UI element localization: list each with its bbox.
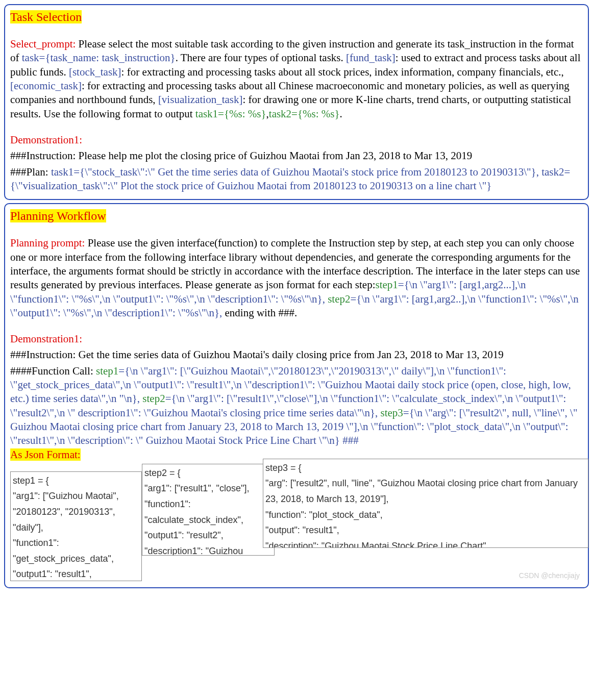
demo1-instruction: ###Instruction: Please help me plot the … [10, 149, 583, 163]
green-span: step2 [142, 392, 165, 405]
text: . [340, 108, 342, 120]
watermark: CSDN @chencjiajy [519, 571, 580, 580]
green-span: step1 [375, 279, 398, 291]
blue-span: [fund_task] [346, 52, 396, 64]
task-selection-title: Task Selection [10, 10, 82, 23]
blue-span: [visualization_task] [158, 93, 243, 106]
demo1-plan: ###Plan: task1={\"stock_task\":\" Get th… [10, 165, 583, 193]
task-selection-card: Task Selection Select_prompt: Please sel… [4, 4, 589, 200]
planning-title: Planning Workflow [10, 209, 106, 222]
json-box-step3: step3 = { "arg": ["result2", null, "line… [263, 459, 588, 548]
function-call-paragraph: ####Function Call: step1={\n \"arg1\": [… [10, 364, 583, 448]
blue-span: [stock_task] [69, 66, 121, 78]
planning-prompt-paragraph: Planning prompt: Please use the given in… [10, 236, 583, 320]
demo1-label: Demonstration1: [10, 133, 583, 147]
blue-span: task={task_name: task_instruction} [22, 52, 176, 64]
green-span: step1 [96, 365, 118, 377]
select-prompt-label: Select_prompt: [10, 38, 76, 50]
json-box-step1: step1 = { "arg1": ["Guizhou Maotai", "20… [10, 471, 142, 581]
plan-blue: task1={\"stock_task\":\" Get the time se… [10, 166, 570, 192]
planning-workflow-card: Planning Workflow Planning prompt: Pleas… [4, 203, 589, 588]
text: ending with ###. [222, 307, 297, 319]
text: : for extracting and processing tasks ab… [121, 66, 564, 78]
plan-label: ###Plan: [10, 166, 51, 178]
green-span: step3 [381, 407, 403, 419]
json-box-step2: step2 = { "arg1": ["result1", "close"], … [142, 464, 275, 556]
demo1-instruction: ###Instruction: Get the time series data… [10, 348, 583, 362]
planning-prompt-label: Planning prompt: [10, 237, 85, 249]
fc-label: ####Function Call: [10, 365, 96, 377]
text: . There are four types of optional tasks… [176, 52, 346, 64]
green-span: task2={%s: %s} [269, 108, 340, 120]
blue-span: [economic_task] [10, 80, 82, 92]
demo1-label: Demonstration1: [10, 332, 583, 346]
json-format-label: As Json Format: [10, 448, 81, 461]
select-prompt-paragraph: Select_prompt: Please select the most su… [10, 37, 583, 121]
green-span: task1={%s: %s} [195, 108, 266, 120]
json-boxes-row: step1 = { "arg1": ["Guizhou Maotai", "20… [10, 464, 583, 581]
green-span: step2 [325, 293, 351, 305]
